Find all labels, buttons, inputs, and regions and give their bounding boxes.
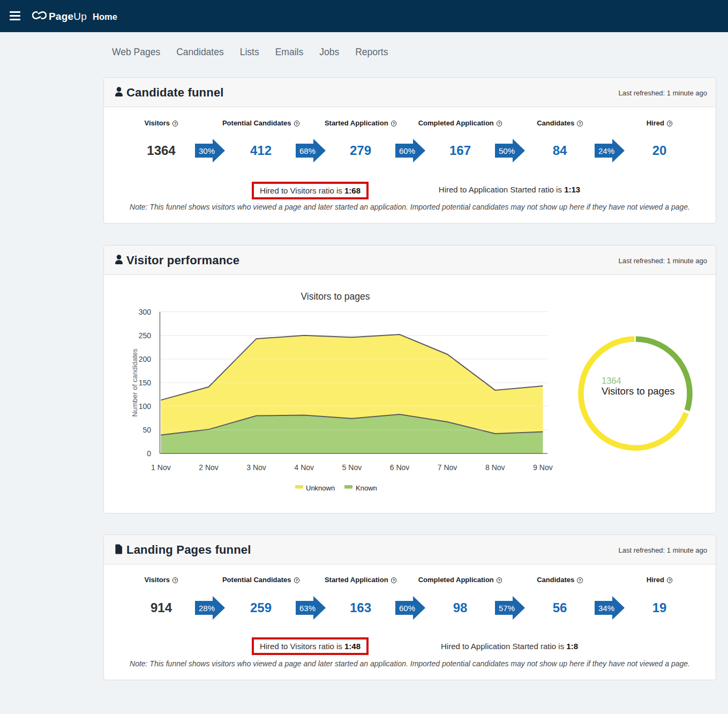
svg-text:Unknown: Unknown — [306, 484, 335, 492]
svg-text:Visitors to pages: Visitors to pages — [602, 385, 674, 397]
svg-text:Known: Known — [356, 484, 377, 492]
svg-text:60%: 60% — [399, 604, 415, 613]
svg-text:4 Nov: 4 Nov — [295, 463, 314, 472]
svg-text:30%: 30% — [199, 146, 215, 155]
svg-text:3 Nov: 3 Nov — [246, 463, 266, 472]
svg-text:2 Nov: 2 Nov — [199, 463, 219, 472]
svg-text:7 Nov: 7 Nov — [438, 463, 457, 472]
svg-text:1364: 1364 — [602, 376, 621, 385]
svg-text:9 Nov: 9 Nov — [533, 463, 553, 472]
svg-text:300: 300 — [139, 308, 152, 316]
svg-text:6 Nov: 6 Nov — [390, 463, 410, 472]
svg-text:100: 100 — [139, 402, 152, 411]
svg-text:24%: 24% — [598, 146, 614, 155]
svg-text:5 Nov: 5 Nov — [342, 463, 362, 472]
svg-text:63%: 63% — [299, 604, 316, 613]
svg-text:50: 50 — [142, 426, 151, 434]
svg-text:250: 250 — [139, 331, 152, 340]
svg-text:68%: 68% — [299, 146, 316, 155]
svg-text:150: 150 — [139, 378, 152, 387]
svg-text:0: 0 — [147, 449, 151, 458]
svg-text:8 Nov: 8 Nov — [485, 463, 505, 472]
svg-text:Number of candidates: Number of candidates — [131, 348, 139, 417]
svg-text:50%: 50% — [499, 146, 515, 155]
svg-text:Visitors to pages: Visitors to pages — [301, 291, 370, 302]
svg-text:28%: 28% — [199, 604, 215, 613]
svg-text:200: 200 — [139, 355, 152, 363]
svg-text:34%: 34% — [598, 604, 614, 613]
svg-text:1 Nov: 1 Nov — [151, 463, 171, 472]
svg-text:60%: 60% — [399, 146, 415, 155]
svg-text:57%: 57% — [499, 604, 515, 613]
